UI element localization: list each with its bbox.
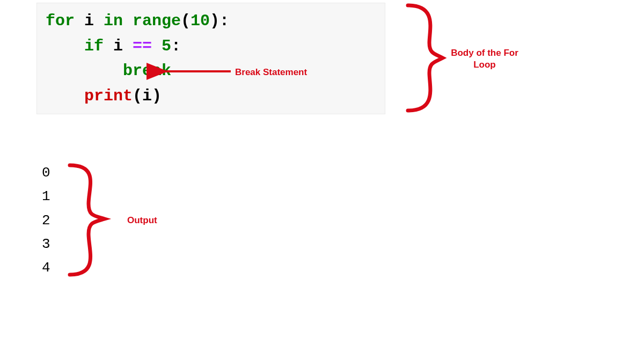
code-line-2: if i == 5: [46,34,376,59]
output-line: 1 [42,185,50,208]
output-line: 0 [42,161,50,185]
indent [46,87,84,105]
tok [152,37,162,55]
tok: range [133,12,181,30]
indent [46,62,123,80]
code-line-3: break [46,58,376,84]
body-label-1: Body of the For [451,48,518,58]
output-line: 3 [42,232,50,256]
break-label: Break Statement [235,67,307,78]
code-line-4: print(i) [46,84,376,109]
code-line-1: for i in range(10): [46,9,376,34]
body-label: Body of the For Loop [447,47,522,71]
tok: if [84,37,104,55]
body-label-2: Loop [473,60,496,70]
tok: ): [210,12,229,30]
tok: in [104,12,123,30]
output-label: Output [127,215,157,226]
tok: ( [181,12,191,30]
tok: i [104,37,133,55]
tok: (i) [133,87,162,105]
tok: 5 [162,37,171,55]
output-line: 2 [42,209,50,232]
output-line: 4 [42,256,50,280]
tok-break: break [123,62,171,80]
output-block: 0 1 2 3 4 [42,161,50,280]
tok: for [46,12,75,30]
tok: print [84,87,133,105]
tok: : [171,37,181,55]
tok: i [75,12,104,30]
indent [46,37,84,55]
tok [123,12,133,30]
tok: 10 [191,12,210,30]
code-block: for i in range(10): if i == 5: break pri… [36,3,385,114]
tok: == [133,37,152,55]
